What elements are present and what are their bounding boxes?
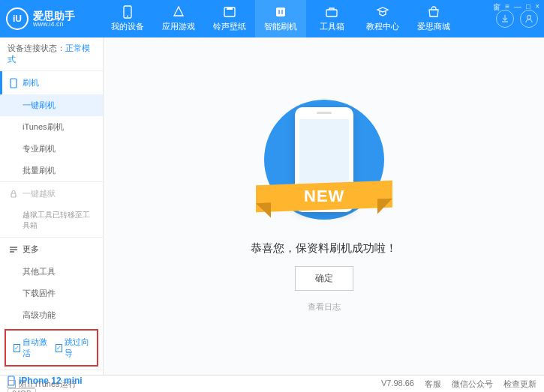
service-link[interactable]: 客服 <box>425 379 441 390</box>
status-label: 设备连接状态： <box>8 43 65 52</box>
svg-rect-7 <box>11 79 17 88</box>
nav-label: 智能刷机 <box>264 21 297 32</box>
lock-icon <box>9 190 18 199</box>
footer-right: V7.98.66 客服 微信公众号 检查更新 <box>381 379 536 390</box>
connection-status: 设备连接状态：正常模式 <box>0 37 103 71</box>
check-label: 跳过向导 <box>65 337 90 359</box>
version-label: V7.98.66 <box>381 379 414 390</box>
main-nav: 我的设备 应用游戏 铃声壁纸 智能刷机 工具箱 教程中心 爱思商城 <box>102 0 496 37</box>
nav-label: 铃声壁纸 <box>213 21 246 32</box>
nav-tutorials[interactable]: 教程中心 <box>357 0 408 37</box>
store-icon <box>426 5 441 19</box>
nav-my-device[interactable]: 我的设备 <box>102 0 153 37</box>
svg-rect-5 <box>326 10 337 16</box>
svg-point-6 <box>527 16 531 19</box>
sidebar-item-other[interactable]: 其他工具 <box>0 261 103 283</box>
minimize-icon[interactable]: — <box>514 2 521 13</box>
new-ribbon: NEW <box>256 181 392 212</box>
wallpaper-icon <box>222 5 237 19</box>
app-title: 爱思助手 <box>33 10 75 21</box>
section-more-header[interactable]: 更多 <box>0 238 103 261</box>
content-area: NEW 恭喜您，保资料刷机成功啦！ 确定 查看日志 <box>104 37 544 375</box>
section-jailbreak: 一键越狱 越狱工具已转移至工具箱 <box>0 182 103 238</box>
check-label: 自动激活 <box>23 337 48 359</box>
check-icon: ✓ <box>56 344 62 352</box>
check-icon <box>8 380 16 388</box>
app-url: www.i4.cn <box>33 21 75 28</box>
section-jailbreak-header[interactable]: 一键越狱 <box>0 182 103 205</box>
titlebar: 窗 ≡ — □ × iU 爱思助手 www.i4.cn 我的设备 应用游戏 铃声… <box>0 0 544 37</box>
section-flash: 刷机 一键刷机 iTunes刷机 专业刷机 批量刷机 <box>0 71 103 182</box>
toolbox-icon <box>324 5 339 19</box>
more-icon <box>9 246 18 253</box>
svg-point-1 <box>127 16 128 17</box>
section-more: 更多 其他工具 下载固件 高级功能 <box>0 238 103 326</box>
flash-icon <box>273 5 288 19</box>
success-illustration: NEW <box>260 100 388 231</box>
nav-ringtones[interactable]: 铃声壁纸 <box>204 0 255 37</box>
checkbox-skip-guide[interactable]: ✓ 跳过向导 <box>56 337 90 359</box>
nav-label: 教程中心 <box>366 21 399 32</box>
nav-store[interactable]: 爱思商城 <box>408 0 459 37</box>
wechat-link[interactable]: 微信公众号 <box>452 379 493 390</box>
tutorial-icon <box>375 5 390 19</box>
option-checks-highlighted: ✓ 自动激活 ✓ 跳过向导 <box>5 329 98 367</box>
checkbox-auto-activate[interactable]: ✓ 自动激活 <box>14 337 48 359</box>
check-label: 阻止iTunes运行 <box>19 379 77 390</box>
svg-rect-8 <box>11 193 16 197</box>
nav-label: 应用游戏 <box>162 21 195 32</box>
menu-icon[interactable]: ≡ <box>505 2 509 13</box>
svg-rect-3 <box>227 7 233 10</box>
jailbreak-note: 越狱工具已转移至工具箱 <box>0 205 103 237</box>
success-message: 恭喜您，保资料刷机成功啦！ <box>251 241 397 256</box>
ribbon-text: NEW <box>303 187 344 206</box>
main-area: 设备连接状态：正常模式 刷机 一键刷机 iTunes刷机 专业刷机 批量刷机 一… <box>0 37 544 375</box>
nav-label: 我的设备 <box>111 21 144 32</box>
check-icon: ✓ <box>14 344 20 352</box>
logo-icon: iU <box>6 7 29 30</box>
sidebar-item-download[interactable]: 下载固件 <box>0 283 103 304</box>
svg-rect-4 <box>276 7 285 16</box>
sidebar-item-pro[interactable]: 专业刷机 <box>0 138 103 160</box>
apps-icon <box>171 5 186 19</box>
section-title: 更多 <box>23 244 39 255</box>
sidebar-item-itunes[interactable]: iTunes刷机 <box>0 116 103 138</box>
window-controls: 窗 ≡ — □ × <box>493 2 539 13</box>
pin-icon[interactable]: 窗 <box>493 2 500 13</box>
section-flash-header[interactable]: 刷机 <box>0 71 103 94</box>
logo[interactable]: iU 爱思助手 www.i4.cn <box>6 7 102 30</box>
section-title: 一键越狱 <box>23 188 56 199</box>
section-title: 刷机 <box>23 77 39 88</box>
phone-icon <box>120 5 135 19</box>
update-link[interactable]: 检查更新 <box>503 379 536 390</box>
close-icon[interactable]: × <box>535 2 539 13</box>
nav-label: 工具箱 <box>320 21 344 32</box>
phone-small-icon <box>9 78 18 88</box>
nav-apps[interactable]: 应用游戏 <box>153 0 204 37</box>
sidebar: 设备连接状态：正常模式 刷机 一键刷机 iTunes刷机 专业刷机 批量刷机 一… <box>0 37 104 375</box>
sidebar-item-oneclick[interactable]: 一键刷机 <box>0 94 103 116</box>
view-log-link[interactable]: 查看日志 <box>308 301 341 313</box>
maximize-icon[interactable]: □ <box>526 2 530 13</box>
checkbox-block-itunes[interactable]: 阻止iTunes运行 <box>8 379 77 390</box>
nav-flash[interactable]: 智能刷机 <box>255 0 306 37</box>
nav-toolbox[interactable]: 工具箱 <box>306 0 357 37</box>
confirm-button[interactable]: 确定 <box>295 266 353 291</box>
sidebar-item-batch[interactable]: 批量刷机 <box>0 160 103 181</box>
nav-label: 爱思商城 <box>417 21 450 32</box>
sidebar-item-advanced[interactable]: 高级功能 <box>0 304 103 326</box>
